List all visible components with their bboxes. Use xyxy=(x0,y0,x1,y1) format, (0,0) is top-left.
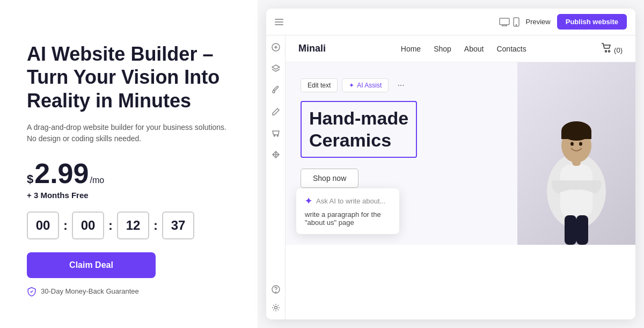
svg-rect-20 xyxy=(560,164,592,218)
sparkle-icon: ✦ xyxy=(349,82,354,89)
hero-left: Edit text ✦ AI Assist ··· Hand-ma xyxy=(286,62,517,245)
left-panel: AI Website Builder – Turn Your Vision In… xyxy=(0,0,258,328)
edit-toolbar: Edit text ✦ AI Assist ··· xyxy=(301,78,502,92)
move-icon[interactable] xyxy=(270,149,281,160)
sidebar-bottom-icons xyxy=(270,284,281,313)
site-hero: Edit text ✦ AI Assist ··· Hand-ma xyxy=(286,62,635,245)
svg-rect-28 xyxy=(576,215,588,245)
svg-point-15 xyxy=(275,292,276,293)
ai-prompt-label: Ask AI to write about... xyxy=(316,197,385,205)
desktop-icon[interactable] xyxy=(499,18,510,26)
money-back-guarantee: 30-Day Money-Back Guarantee xyxy=(27,287,231,296)
countdown-hours: 00 xyxy=(27,212,59,239)
sub-heading: A drag-and-drop website builder for your… xyxy=(27,122,231,144)
nav-about[interactable]: About xyxy=(464,45,484,53)
mobile-icon[interactable] xyxy=(513,17,519,27)
settings-icon[interactable] xyxy=(270,302,281,313)
website-preview: Minali Home Shop About Contacts xyxy=(286,35,635,319)
cart-count: (0) xyxy=(614,46,623,54)
svg-point-16 xyxy=(274,307,277,309)
ai-plus-icon: ✦ xyxy=(305,196,312,206)
edit-icon[interactable] xyxy=(270,106,281,117)
topbar-left xyxy=(275,19,283,25)
canvas-area: Minali Home Shop About Contacts xyxy=(286,35,635,319)
builder-sidebar xyxy=(266,35,286,319)
guarantee-text: 30-Day Money-Back Guarantee xyxy=(41,287,139,295)
price-amount: 2.99 xyxy=(34,159,89,187)
add-element-icon[interactable] xyxy=(270,42,281,53)
shield-icon xyxy=(27,287,36,296)
svg-marker-9 xyxy=(272,65,280,69)
svg-rect-27 xyxy=(565,215,576,245)
builder-topbar: Preview Publish website xyxy=(266,9,635,35)
ai-tooltip: ✦ Ask AI to write about... write a parag… xyxy=(296,188,399,234)
svg-rect-24 xyxy=(561,131,591,139)
countdown-sep-3: : xyxy=(153,218,158,233)
site-logo: Minali xyxy=(298,43,326,54)
preview-button[interactable]: Preview xyxy=(526,18,551,26)
svg-point-26 xyxy=(579,142,582,146)
builder-window: Preview Publish website xyxy=(266,9,635,319)
countdown-timer: 00 : 00 : 12 : 37 xyxy=(27,212,231,239)
ai-assist-button[interactable]: ✦ AI Assist xyxy=(342,78,389,92)
help-icon[interactable] xyxy=(270,284,281,295)
paint-icon[interactable] xyxy=(270,85,281,96)
svg-point-18 xyxy=(609,50,610,52)
countdown-sep-2: : xyxy=(108,218,113,233)
price-row: $ 2.99 /mo xyxy=(27,159,231,187)
svg-point-5 xyxy=(516,24,517,25)
countdown-seconds: 12 xyxy=(117,212,149,239)
main-heading: AI Website Builder – Turn Your Vision In… xyxy=(27,42,231,112)
site-nav-links: Home Shop About Contacts xyxy=(401,45,526,53)
cart-icon[interactable]: (0) xyxy=(601,43,623,54)
nav-home[interactable]: Home xyxy=(401,45,421,53)
claim-deal-button[interactable]: Claim Deal xyxy=(27,252,156,278)
price-dollar: $ xyxy=(27,172,33,186)
countdown-minutes: 00 xyxy=(72,212,104,239)
svg-point-10 xyxy=(274,135,275,136)
topbar-right: Preview Publish website xyxy=(499,14,627,30)
shop-icon[interactable] xyxy=(270,128,281,139)
shop-now-button[interactable]: Shop now xyxy=(301,169,358,188)
hamburger-menu-icon[interactable] xyxy=(275,19,283,25)
layers-icon[interactable] xyxy=(270,63,281,74)
sidebar-top-icons xyxy=(270,42,281,160)
site-nav: Minali Home Shop About Contacts xyxy=(286,35,635,62)
nav-contacts[interactable]: Contacts xyxy=(496,45,526,53)
svg-point-17 xyxy=(605,50,607,52)
publish-button[interactable]: Publish website xyxy=(557,14,627,30)
price-per: /mo xyxy=(90,176,104,185)
svg-point-11 xyxy=(277,135,278,136)
ai-tooltip-input-text[interactable]: write a paragraph for the "about us" pag… xyxy=(305,210,391,227)
more-options-button[interactable]: ··· xyxy=(393,78,408,92)
nav-shop[interactable]: Shop xyxy=(434,45,451,53)
builder-body: Minali Home Shop About Contacts xyxy=(266,35,635,319)
hero-title: Hand-made Ceramics xyxy=(309,107,408,151)
person-illustration xyxy=(528,94,625,245)
hero-image xyxy=(517,62,635,245)
countdown-millis: 37 xyxy=(162,212,194,239)
svg-point-25 xyxy=(570,142,574,146)
free-months-label: + 3 Months Free xyxy=(27,191,231,200)
ai-tooltip-header: ✦ Ask AI to write about... xyxy=(305,196,391,206)
device-icons xyxy=(499,17,519,27)
countdown-sep-1: : xyxy=(63,218,68,233)
right-panel: Preview Publish website xyxy=(258,0,644,328)
hero-title-box[interactable]: Hand-made Ceramics xyxy=(301,101,417,158)
edit-text-button[interactable]: Edit text xyxy=(301,78,338,92)
svg-rect-0 xyxy=(500,18,509,25)
